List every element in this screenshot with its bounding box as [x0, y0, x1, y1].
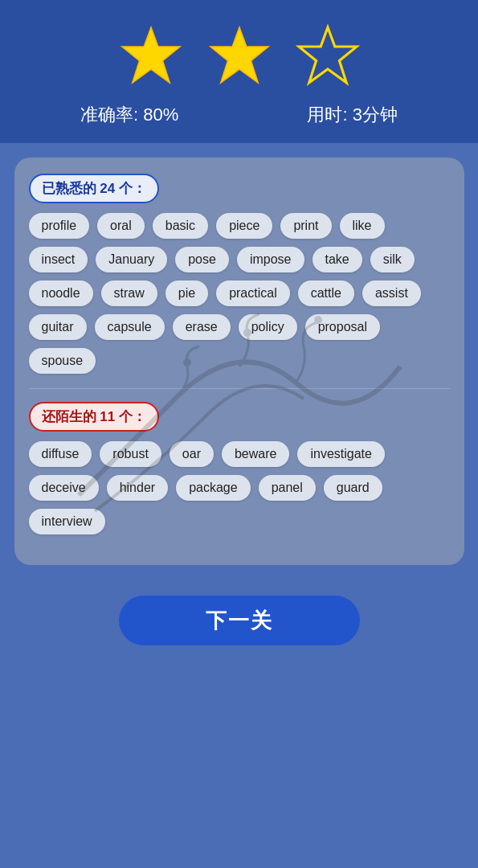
word-chip: like	[340, 213, 385, 239]
word-chip: guitar	[29, 314, 87, 340]
word-chip: practical	[216, 280, 290, 306]
word-chip: package	[176, 475, 251, 501]
word-chip: panel	[259, 475, 316, 501]
stars-row	[119, 24, 360, 88]
word-chip: pose	[175, 247, 229, 272]
word-chip: basic	[153, 213, 208, 239]
word-chip: straw	[101, 280, 157, 306]
familiar-section: 已熟悉的 24 个： profileoralbasicpieceprintlik…	[29, 174, 450, 374]
word-chip: print	[280, 213, 331, 239]
star-3-icon	[296, 24, 360, 88]
time-label: 用时: 3分钟	[307, 103, 397, 127]
word-chip: assist	[362, 280, 421, 306]
word-chip: diffuse	[29, 441, 92, 467]
svg-marker-0	[122, 27, 180, 83]
word-chip: investigate	[297, 441, 385, 467]
familiar-words: profileoralbasicpieceprintlikeinsectJanu…	[29, 213, 450, 374]
word-chip: policy	[239, 314, 297, 340]
bottom-section: 下一关	[0, 579, 478, 669]
word-chip: robust	[100, 441, 161, 467]
section-divider	[29, 388, 450, 389]
word-chip: take	[313, 247, 362, 272]
star-2-icon	[207, 24, 272, 88]
word-chip: guard	[324, 475, 382, 501]
svg-marker-1	[210, 27, 268, 83]
word-chip: interview	[29, 509, 105, 534]
word-chip: oar	[170, 441, 214, 467]
word-chip: piece	[216, 213, 272, 239]
word-chip: deceive	[29, 475, 99, 501]
word-chip: beware	[222, 441, 289, 467]
word-chip: profile	[29, 213, 90, 239]
word-chip: impose	[237, 247, 304, 272]
word-chip: spouse	[29, 348, 96, 374]
unfamiliar-words: diffuserobustoarbewareinvestigatedeceive…	[29, 441, 450, 534]
word-chip: capsule	[95, 314, 165, 340]
word-chip: oral	[97, 213, 145, 239]
unfamiliar-section: 还陌生的 11 个： diffuserobustoarbewareinvesti…	[29, 402, 450, 534]
word-chip: January	[96, 247, 167, 272]
word-chip: insect	[29, 247, 88, 272]
word-chip: proposal	[305, 314, 380, 340]
star-1-icon	[119, 24, 183, 88]
word-chip: erase	[173, 314, 231, 340]
top-section: 准确率: 80% 用时: 3分钟	[0, 0, 478, 143]
word-chip: noodle	[29, 280, 93, 306]
next-level-button[interactable]: 下一关	[119, 596, 360, 645]
unfamiliar-label: 还陌生的 11 个：	[29, 402, 159, 432]
svg-marker-2	[299, 27, 357, 83]
word-chip: silk	[370, 247, 415, 272]
stats-row: 准确率: 80% 用时: 3分钟	[16, 103, 462, 127]
familiar-label: 已熟悉的 24 个：	[29, 174, 159, 203]
word-chip: cattle	[298, 280, 354, 306]
word-chip: pie	[165, 280, 208, 306]
accuracy-label: 准确率: 80%	[80, 103, 178, 127]
main-card: 已熟悉的 24 个： profileoralbasicpieceprintlik…	[14, 158, 464, 565]
word-chip: hinder	[107, 475, 168, 501]
